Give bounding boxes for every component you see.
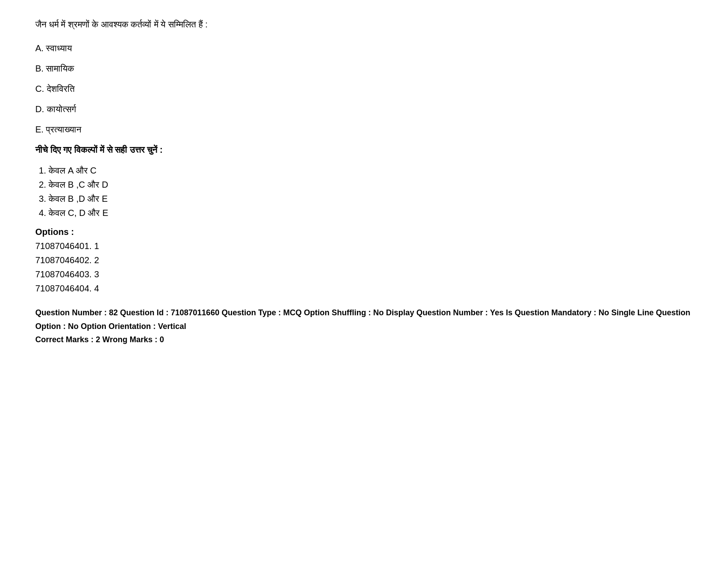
option-b-label: B. — [35, 64, 46, 73]
option-b: B. सामायिक — [35, 62, 693, 75]
option-id-2: 71087046402. 2 — [35, 253, 693, 267]
option-a-label: A. — [35, 43, 46, 53]
option-id-3: 71087046403. 3 — [35, 267, 693, 281]
metadata-line1: Question Number : 82 Question Id : 71087… — [35, 306, 693, 333]
answer-option-1: 1. केवल A और C — [39, 163, 693, 178]
option-d-label: D. — [35, 104, 47, 114]
option-e-label: E. — [35, 125, 46, 134]
option-id-4: 71087046404. 4 — [35, 281, 693, 295]
select-instruction: नीचे दिए गए विकल्पों में से सही उत्तर चु… — [35, 143, 693, 156]
option-d: D. कायोत्सर्ग — [35, 102, 693, 116]
question-intro: जैन धर्म में श्रमणों के आवश्यक कर्तव्यों… — [35, 18, 693, 31]
marks-line: Correct Marks : 2 Wrong Marks : 0 — [35, 333, 693, 347]
answer-option-4: 4. केवल C, D और E — [39, 206, 693, 220]
option-a-text: स्वाध्याय — [46, 43, 72, 53]
option-id-list: 71087046401. 1 71087046402. 2 7108704640… — [35, 239, 693, 295]
option-c: C. देशविरति — [35, 82, 693, 95]
options-list: A. स्वाध्याय B. सामायिक C. देशविरति D. क… — [35, 42, 693, 136]
options-label: Options : — [35, 227, 693, 237]
option-e: E. प्रत्याख्यान — [35, 123, 693, 136]
option-d-text: कायोत्सर्ग — [47, 104, 76, 114]
option-c-text: देशविरति — [47, 84, 75, 94]
option-e-text: प्रत्याख्यान — [46, 125, 81, 134]
question-container: जैन धर्म में श्रमणों के आवश्यक कर्तव्यों… — [35, 18, 693, 347]
option-a: A. स्वाध्याय — [35, 42, 693, 55]
question-metadata: Question Number : 82 Question Id : 71087… — [35, 306, 693, 347]
answer-option-2: 2. केवल B ,C और D — [39, 178, 693, 192]
answer-option-3: 3. केवल B ,D और E — [39, 192, 693, 206]
option-b-text: सामायिक — [46, 64, 74, 73]
answer-options-list: 1. केवल A और C 2. केवल B ,C और D 3. केवल… — [39, 163, 693, 220]
option-id-1: 71087046401. 1 — [35, 239, 693, 253]
option-c-label: C. — [35, 84, 47, 94]
